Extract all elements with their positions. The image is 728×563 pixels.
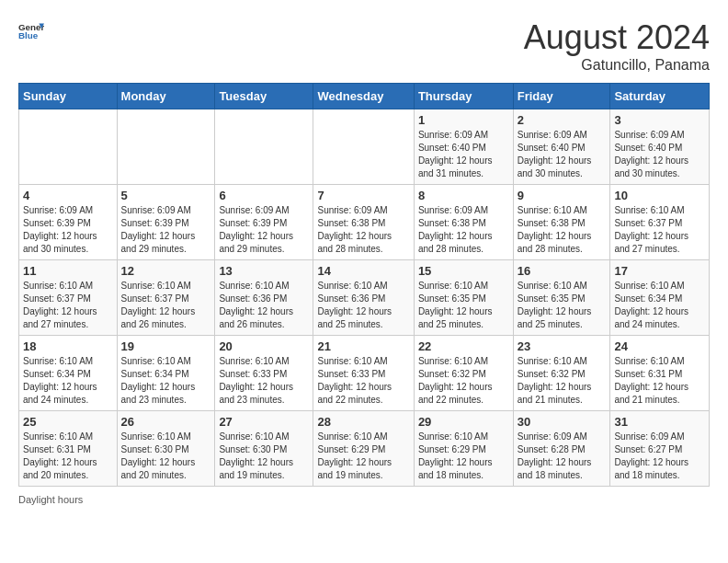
day-info: Sunrise: 6:10 AM Sunset: 6:33 PM Dayligh… xyxy=(317,355,409,407)
day-info: Sunrise: 6:10 AM Sunset: 6:37 PM Dayligh… xyxy=(23,280,113,331)
calendar-cell: 29Sunrise: 6:10 AM Sunset: 6:29 PM Dayli… xyxy=(414,411,513,487)
day-number: 8 xyxy=(418,189,509,202)
day-number: 16 xyxy=(518,264,607,278)
calendar-body: 1Sunrise: 6:09 AM Sunset: 6:40 PM Daylig… xyxy=(19,109,710,487)
day-info: Sunrise: 6:10 AM Sunset: 6:29 PM Dayligh… xyxy=(317,431,409,482)
calendar-week-row: 4Sunrise: 6:09 AM Sunset: 6:39 PM Daylig… xyxy=(19,185,710,260)
footer: Daylight hours xyxy=(18,494,710,505)
day-info: Sunrise: 6:09 AM Sunset: 6:40 PM Dayligh… xyxy=(518,129,607,180)
day-info: Sunrise: 6:09 AM Sunset: 6:28 PM Dayligh… xyxy=(518,431,607,482)
day-number: 21 xyxy=(317,339,409,353)
weekday-header-cell: Monday xyxy=(117,84,215,109)
day-info: Sunrise: 6:09 AM Sunset: 6:38 PM Dayligh… xyxy=(317,204,409,256)
calendar-cell: 28Sunrise: 6:10 AM Sunset: 6:29 PM Dayli… xyxy=(313,411,414,487)
day-info: Sunrise: 6:10 AM Sunset: 6:33 PM Dayligh… xyxy=(219,355,309,407)
day-info: Sunrise: 6:10 AM Sunset: 6:34 PM Dayligh… xyxy=(23,355,113,407)
day-number: 18 xyxy=(23,339,113,353)
day-number: 11 xyxy=(23,264,113,278)
day-info: Sunrise: 6:10 AM Sunset: 6:36 PM Dayligh… xyxy=(317,280,409,331)
day-info: Sunrise: 6:10 AM Sunset: 6:31 PM Dayligh… xyxy=(23,431,113,482)
day-info: Sunrise: 6:09 AM Sunset: 6:40 PM Dayligh… xyxy=(418,129,509,180)
day-number: 3 xyxy=(614,113,705,127)
day-info: Sunrise: 6:10 AM Sunset: 6:32 PM Dayligh… xyxy=(418,355,509,407)
calendar-cell: 12Sunrise: 6:10 AM Sunset: 6:37 PM Dayli… xyxy=(117,260,215,336)
weekday-header-cell: Sunday xyxy=(19,84,118,109)
calendar-cell: 13Sunrise: 6:10 AM Sunset: 6:36 PM Dayli… xyxy=(215,260,313,336)
day-number: 10 xyxy=(614,189,705,202)
calendar-cell: 20Sunrise: 6:10 AM Sunset: 6:33 PM Dayli… xyxy=(215,336,313,411)
day-number: 7 xyxy=(317,189,409,202)
day-info: Sunrise: 6:10 AM Sunset: 6:35 PM Dayligh… xyxy=(418,280,509,331)
calendar-cell: 4Sunrise: 6:09 AM Sunset: 6:39 PM Daylig… xyxy=(19,185,118,260)
weekday-header-row: SundayMondayTuesdayWednesdayThursdayFrid… xyxy=(19,84,710,109)
day-number: 17 xyxy=(614,264,705,278)
calendar-cell: 24Sunrise: 6:10 AM Sunset: 6:31 PM Dayli… xyxy=(610,336,710,411)
day-number: 6 xyxy=(219,189,309,202)
svg-text:Blue: Blue xyxy=(18,30,39,40)
day-number: 14 xyxy=(317,264,409,278)
calendar-week-row: 11Sunrise: 6:10 AM Sunset: 6:37 PM Dayli… xyxy=(19,260,710,336)
day-info: Sunrise: 6:09 AM Sunset: 6:27 PM Dayligh… xyxy=(614,431,705,482)
daylight-label: Daylight hours xyxy=(18,494,83,505)
day-info: Sunrise: 6:10 AM Sunset: 6:38 PM Dayligh… xyxy=(518,204,607,256)
calendar-cell: 27Sunrise: 6:10 AM Sunset: 6:30 PM Dayli… xyxy=(215,411,313,487)
logo-icon: General Blue xyxy=(18,18,44,44)
calendar-cell: 31Sunrise: 6:09 AM Sunset: 6:27 PM Dayli… xyxy=(610,411,710,487)
calendar-cell: 1Sunrise: 6:09 AM Sunset: 6:40 PM Daylig… xyxy=(414,109,513,185)
day-info: Sunrise: 6:09 AM Sunset: 6:39 PM Dayligh… xyxy=(121,204,211,256)
day-info: Sunrise: 6:09 AM Sunset: 6:39 PM Dayligh… xyxy=(219,204,309,256)
day-number: 27 xyxy=(219,415,309,429)
weekday-header-cell: Tuesday xyxy=(215,84,313,109)
calendar-cell: 15Sunrise: 6:10 AM Sunset: 6:35 PM Dayli… xyxy=(414,260,513,336)
calendar-cell: 2Sunrise: 6:09 AM Sunset: 6:40 PM Daylig… xyxy=(513,109,610,185)
calendar-cell: 30Sunrise: 6:09 AM Sunset: 6:28 PM Dayli… xyxy=(513,411,610,487)
day-info: Sunrise: 6:10 AM Sunset: 6:34 PM Dayligh… xyxy=(121,355,211,407)
calendar-cell: 5Sunrise: 6:09 AM Sunset: 6:39 PM Daylig… xyxy=(117,185,215,260)
day-info: Sunrise: 6:10 AM Sunset: 6:31 PM Dayligh… xyxy=(614,355,705,407)
calendar-cell: 21Sunrise: 6:10 AM Sunset: 6:33 PM Dayli… xyxy=(313,336,414,411)
calendar-cell: 16Sunrise: 6:10 AM Sunset: 6:35 PM Dayli… xyxy=(513,260,610,336)
calendar-cell: 22Sunrise: 6:10 AM Sunset: 6:32 PM Dayli… xyxy=(414,336,513,411)
calendar-cell: 11Sunrise: 6:10 AM Sunset: 6:37 PM Dayli… xyxy=(19,260,118,336)
day-number: 19 xyxy=(121,339,211,353)
day-number: 20 xyxy=(219,339,309,353)
day-number: 22 xyxy=(418,339,509,353)
calendar-cell: 7Sunrise: 6:09 AM Sunset: 6:38 PM Daylig… xyxy=(313,185,414,260)
day-info: Sunrise: 6:10 AM Sunset: 6:34 PM Dayligh… xyxy=(614,280,705,331)
day-info: Sunrise: 6:10 AM Sunset: 6:37 PM Dayligh… xyxy=(121,280,211,331)
day-info: Sunrise: 6:10 AM Sunset: 6:29 PM Dayligh… xyxy=(418,431,509,482)
calendar-week-row: 18Sunrise: 6:10 AM Sunset: 6:34 PM Dayli… xyxy=(19,336,710,411)
day-number: 23 xyxy=(518,339,607,353)
month-year: August 2024 xyxy=(524,18,710,57)
title-block: August 2024 Gatuncillo, Panama xyxy=(524,18,710,74)
weekday-header-cell: Thursday xyxy=(414,84,513,109)
day-number: 1 xyxy=(418,113,509,127)
day-number: 2 xyxy=(518,113,607,127)
day-number: 25 xyxy=(23,415,113,429)
calendar-cell: 3Sunrise: 6:09 AM Sunset: 6:40 PM Daylig… xyxy=(610,109,710,185)
day-number: 4 xyxy=(23,189,113,202)
day-number: 12 xyxy=(121,264,211,278)
calendar-cell: 25Sunrise: 6:10 AM Sunset: 6:31 PM Dayli… xyxy=(19,411,118,487)
day-info: Sunrise: 6:10 AM Sunset: 6:36 PM Dayligh… xyxy=(219,280,309,331)
calendar-cell xyxy=(313,109,414,185)
calendar-cell: 10Sunrise: 6:10 AM Sunset: 6:37 PM Dayli… xyxy=(610,185,710,260)
day-number: 26 xyxy=(121,415,211,429)
day-info: Sunrise: 6:10 AM Sunset: 6:30 PM Dayligh… xyxy=(121,431,211,482)
calendar-cell: 17Sunrise: 6:10 AM Sunset: 6:34 PM Dayli… xyxy=(610,260,710,336)
day-info: Sunrise: 6:10 AM Sunset: 6:35 PM Dayligh… xyxy=(518,280,607,331)
calendar-cell: 14Sunrise: 6:10 AM Sunset: 6:36 PM Dayli… xyxy=(313,260,414,336)
day-number: 30 xyxy=(518,415,607,429)
day-number: 13 xyxy=(219,264,309,278)
day-number: 9 xyxy=(518,189,607,202)
day-number: 5 xyxy=(121,189,211,202)
day-number: 31 xyxy=(614,415,705,429)
calendar-cell: 18Sunrise: 6:10 AM Sunset: 6:34 PM Dayli… xyxy=(19,336,118,411)
calendar-cell xyxy=(117,109,215,185)
weekday-header-cell: Wednesday xyxy=(313,84,414,109)
calendar-cell: 6Sunrise: 6:09 AM Sunset: 6:39 PM Daylig… xyxy=(215,185,313,260)
day-info: Sunrise: 6:10 AM Sunset: 6:32 PM Dayligh… xyxy=(518,355,607,407)
weekday-header-cell: Friday xyxy=(513,84,610,109)
day-info: Sunrise: 6:10 AM Sunset: 6:37 PM Dayligh… xyxy=(614,204,705,256)
day-number: 15 xyxy=(418,264,509,278)
